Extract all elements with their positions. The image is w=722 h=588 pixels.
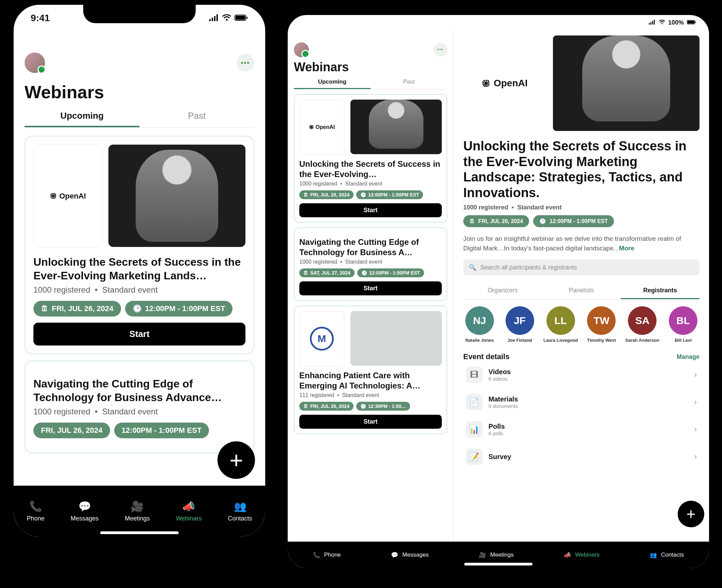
webinar-card[interactable]: M Enhancing Patient Care with Emerging A… [294, 306, 447, 434]
item-subtitle: 9 documents [488, 403, 688, 409]
webinar-card[interactable]: ֎OpenAI Unlocking the Secrets of Success… [294, 94, 447, 223]
webinar-card[interactable]: ֎OpenAI Unlocking the Secrets of Success… [25, 136, 254, 354]
more-button[interactable]: ••• [434, 43, 447, 57]
openai-icon: ֎ [309, 124, 314, 130]
user-avatar[interactable] [294, 42, 309, 57]
svg-rect-1 [212, 18, 213, 21]
registrant[interactable]: NJNatalie Jones [463, 306, 496, 343]
card-meta: 1000 registered • Standard event [33, 285, 245, 295]
search-input[interactable]: 🔍 Search all participants & registrants [463, 260, 700, 275]
clock-icon: 🕑 [133, 304, 142, 313]
svg-rect-3 [216, 14, 218, 21]
registrant[interactable]: BLBill Levi [667, 306, 700, 343]
nav-messages[interactable]: 💬Messages [391, 552, 428, 559]
user-avatar[interactable] [25, 53, 45, 73]
battery-percent: 100% [668, 19, 684, 26]
registrants-row[interactable]: NJNatalie JonesJFJoe FinlandLLLaura Love… [463, 306, 700, 343]
registrant-name: Joe Finland [508, 338, 532, 343]
svg-rect-9 [650, 22, 651, 25]
presence-dot [301, 50, 310, 58]
item-title: Videos [488, 368, 688, 376]
svg-rect-15 [695, 21, 696, 23]
svg-rect-11 [654, 20, 655, 25]
calendar-icon: 🗓 [469, 218, 475, 224]
tab-panelists[interactable]: Panelists [542, 283, 621, 299]
nav-contacts[interactable]: 👥Contacts [650, 552, 684, 559]
list-tabs: Upcoming Past [294, 76, 447, 89]
messages-icon: 💬 [78, 500, 91, 512]
tab-past[interactable]: Past [371, 76, 447, 89]
tab-upcoming[interactable]: Upcoming [294, 76, 371, 89]
event-detail-item[interactable]: 📝Survey› [463, 443, 700, 470]
chevron-right-icon: › [694, 425, 697, 434]
home-indicator [100, 531, 179, 534]
nav-meetings[interactable]: 🎥Meetings [479, 552, 514, 559]
event-detail-item[interactable]: 📄Materials9 documents› [463, 388, 700, 416]
plus-icon: + [229, 447, 243, 473]
avatar-initials: JF [506, 306, 534, 335]
phone-icon: 📞 [313, 552, 320, 559]
start-button[interactable]: Start [299, 415, 442, 429]
nav-meetings[interactable]: 🎥Meetings [125, 500, 150, 522]
webinar-card[interactable]: Navigating the Cutting Edge of Technolog… [25, 361, 254, 453]
nav-contacts[interactable]: 👥Contacts [228, 500, 252, 522]
calendar-icon: 🗓 [303, 192, 308, 197]
item-title: Materials [488, 395, 688, 403]
status-time: 9:41 [31, 13, 50, 24]
detail-meta: 1000 registered • Standard event [463, 204, 700, 211]
start-button[interactable]: Start [299, 281, 442, 295]
registrant[interactable]: TWTimothy West [585, 306, 618, 343]
item-subtitle: 6 videos [488, 376, 688, 382]
time-pill: 12:00PM - 1:00PM EST [114, 423, 209, 438]
more-link[interactable]: More [619, 245, 634, 252]
contacts-icon: 👥 [650, 552, 657, 559]
registrant[interactable]: SASarah Anderson [625, 306, 659, 343]
event-detail-item[interactable]: 🎞Videos6 videos› [463, 361, 700, 388]
wifi-icon [659, 19, 665, 26]
nav-webinars[interactable]: 📣Webinars [176, 500, 202, 522]
date-pill: FRI, JUL 26, 2024 [33, 423, 110, 438]
item-icon: 📄 [466, 394, 482, 410]
home-indicator [464, 563, 532, 565]
nav-phone[interactable]: 📞Phone [27, 500, 44, 522]
cellular-icon [648, 19, 656, 26]
tablet-frame: 100% ••• Webinars Upcoming Past ֎OpenAI [286, 14, 710, 570]
nav-webinars[interactable]: 📣Webinars [564, 552, 600, 559]
item-title: Polls [488, 423, 688, 430]
more-button[interactable]: ••• [237, 54, 254, 72]
video-icon: 🎥 [479, 552, 486, 559]
registrant-name: Sarah Anderson [625, 338, 659, 343]
registrant[interactable]: LLLaura Lovegood [544, 306, 578, 343]
medical-icon: M [310, 327, 334, 351]
add-button[interactable]: + [217, 441, 255, 479]
event-details-title: Event details [463, 352, 510, 361]
start-button[interactable]: Start [33, 323, 245, 346]
tablet-status-bar: 100% [636, 15, 709, 30]
registrant[interactable]: JFJoe Finland [503, 306, 536, 343]
nav-phone[interactable]: 📞Phone [313, 552, 341, 559]
event-detail-item[interactable]: 📊Polls6 polls› [463, 416, 700, 443]
tab-registrants[interactable]: Registrants [621, 283, 700, 299]
start-button[interactable]: Start [299, 203, 442, 217]
webinar-card[interactable]: Navigating the Cutting Edge of Technolog… [294, 227, 447, 301]
item-title: Survey [488, 453, 688, 461]
svg-rect-0 [209, 19, 211, 21]
avatar-initials: BL [669, 306, 697, 335]
nav-messages[interactable]: 💬Messages [71, 500, 99, 522]
messages-icon: 💬 [391, 552, 398, 559]
megaphone-icon: 📣 [182, 500, 195, 512]
tab-past[interactable]: Past [139, 106, 254, 127]
time-pill: 🕑12:30PM - 1:00… [356, 402, 410, 411]
card-meta: 1000 registered • Standard event [299, 181, 442, 187]
time-pill: 🕑12:00PM - 1:00PM EST [356, 190, 423, 199]
battery-icon [235, 13, 248, 24]
item-icon: 🎞 [466, 367, 482, 383]
thumbnail-image [350, 100, 442, 154]
clock-icon: 🕑 [539, 218, 546, 224]
tab-organizers[interactable]: Organizers [463, 283, 542, 299]
manage-link[interactable]: Manage [677, 353, 700, 361]
calendar-icon: 🗓 [41, 304, 48, 313]
tab-upcoming[interactable]: Upcoming [25, 106, 139, 127]
bottom-nav: 📞Phone 💬Messages 🎥Meetings 📣Webinars 👥Co… [14, 486, 265, 537]
clock-icon: 🕑 [361, 270, 367, 276]
